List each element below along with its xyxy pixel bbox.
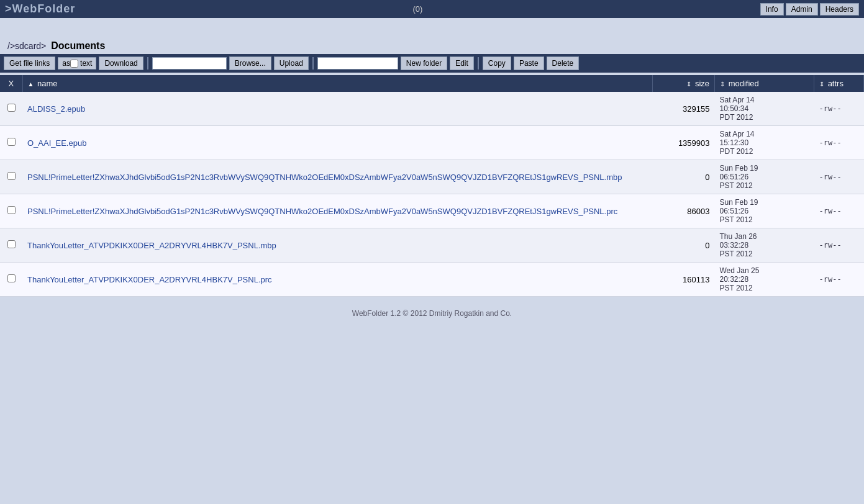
row-filename[interactable]: O_AAI_EE.epub (22, 126, 653, 160)
filename-link[interactable]: ThankYouLetter_ATVPDKIKX0DER_A2DRYVRL4HB… (27, 275, 272, 284)
counter-display: (0) (412, 4, 422, 14)
row-size: 160113 (653, 263, 715, 297)
row-filename[interactable]: PSNL!PrimeLetter!ZXhwaXJhdGlvbi5odG1sP2N… (22, 160, 653, 194)
row-modified: Sun Feb 19 06:51:26 PST 2012 (715, 194, 814, 228)
as-text-group: as text (58, 57, 96, 70)
version-text: WebFolder 1.2 © 2012 Dmitriy Rogatkin an… (352, 309, 512, 318)
th-size[interactable]: ⇕ size (653, 75, 715, 92)
filename-link[interactable]: O_AAI_EE.epub (27, 138, 86, 148)
row-attrs: -rw-- (814, 263, 864, 297)
row-modified: Wed Jan 25 20:32:28 PST 2012 (715, 263, 814, 297)
download-button[interactable]: Download (99, 56, 143, 70)
table-row: ThankYouLetter_ATVPDKIKX0DER_A2DRYVRL4HB… (0, 263, 864, 297)
browse-button[interactable]: Browse... (229, 56, 271, 70)
th-modified[interactable]: ⇕ modified (715, 75, 814, 92)
th-attrs[interactable]: ⇕ attrs (814, 75, 864, 92)
name-sort-icon: ▲ (28, 81, 34, 88)
row-modified: Sun Feb 19 06:51:26 PST 2012 (715, 160, 814, 194)
filename-link[interactable]: PSNL!PrimeLetter!ZXhwaXJhdGlvbi5odG1sP2N… (27, 173, 622, 182)
headers-button[interactable]: Headers (820, 3, 859, 16)
th-name[interactable]: ▲ name (22, 75, 653, 92)
table-row: ThankYouLetter_ATVPDKIKX0DER_A2DRYVRL4HB… (0, 228, 864, 263)
admin-button[interactable]: Admin (786, 3, 818, 16)
filename-link[interactable]: ALDISS_2.epub (27, 104, 85, 114)
row-filename[interactable]: PSNL!PrimeLetter!ZXhwaXJhdGlvbi5odG1sP2N… (22, 194, 653, 228)
row-filename[interactable]: ALDISS_2.epub (22, 92, 653, 126)
row-size: 329155 (653, 92, 715, 126)
table-header-row: X ▲ name ⇕ size ⇕ modified ⇕ attrs (0, 75, 864, 92)
row-attrs: -rw-- (814, 228, 864, 263)
th-x[interactable]: X (0, 75, 22, 92)
file-table: X ▲ name ⇕ size ⇕ modified ⇕ attrs (0, 75, 864, 297)
row-checkbox[interactable] (7, 104, 16, 112)
row-modified: Sat Apr 14 10:50:34 PDT 2012 (715, 92, 814, 126)
row-attrs: -rw-- (814, 194, 864, 228)
destination-input[interactable] (317, 57, 398, 70)
paste-button[interactable]: Paste (514, 56, 544, 70)
row-filename[interactable]: ThankYouLetter_ATVPDKIKX0DER_A2DRYVRL4HB… (22, 263, 653, 297)
footer: WebFolder 1.2 © 2012 Dmitriy Rogatkin an… (0, 297, 864, 324)
row-checkbox[interactable] (7, 240, 16, 248)
copy-button[interactable]: Copy (483, 56, 511, 70)
delete-button[interactable]: Delete (547, 56, 580, 70)
row-attrs: -rw-- (814, 160, 864, 194)
table-row: PSNL!PrimeLetter!ZXhwaXJhdGlvbi5odG1sP2N… (0, 194, 864, 228)
row-checkbox-cell (0, 263, 22, 297)
row-size: 86003 (653, 194, 715, 228)
attrs-sort-icon: ⇕ (819, 81, 824, 88)
row-size: 1359903 (653, 126, 715, 160)
row-filename[interactable]: ThankYouLetter_ATVPDKIKX0DER_A2DRYVRL4HB… (22, 228, 653, 263)
text-label: text (80, 59, 92, 68)
app-name: WebFolder (12, 2, 76, 15)
row-attrs: -rw-- (814, 92, 864, 126)
row-checkbox[interactable] (7, 138, 16, 146)
edit-button[interactable]: Edit (450, 56, 474, 70)
breadcrumb-folder: Documents (51, 40, 105, 51)
app-logo: >WebFolder (5, 2, 75, 16)
row-modified: Thu Jan 26 03:32:28 PST 2012 (715, 228, 814, 263)
modified-sort-icon: ⇕ (720, 81, 725, 88)
table-row: PSNL!PrimeLetter!ZXhwaXJhdGlvbi5odG1sP2N… (0, 160, 864, 194)
toolbar-separator-3 (478, 57, 479, 70)
row-size: 0 (653, 160, 715, 194)
info-button[interactable]: Info (760, 3, 784, 16)
logo-bracket: > (5, 2, 12, 15)
row-checkbox[interactable] (7, 172, 16, 180)
as-label: as (62, 59, 70, 68)
file-table-body: ALDISS_2.epub329155Sat Apr 14 10:50:34 P… (0, 92, 864, 297)
filename-link[interactable]: ThankYouLetter_ATVPDKIKX0DER_A2DRYVRL4HB… (27, 241, 276, 250)
row-checkbox-cell (0, 126, 22, 160)
toolbar-separator-2 (312, 57, 314, 70)
row-checkbox[interactable] (7, 206, 16, 214)
toolbar: Get file links as text Download Browse..… (0, 54, 864, 73)
table-row: ALDISS_2.epub329155Sat Apr 14 10:50:34 P… (0, 92, 864, 126)
row-checkbox-cell (0, 92, 22, 126)
row-attrs: -rw-- (814, 126, 864, 160)
row-modified: Sat Apr 14 15:12:30 PDT 2012 (715, 126, 814, 160)
row-checkbox-cell (0, 160, 22, 194)
top-buttons-group: Info Admin Headers (760, 3, 859, 16)
toolbar-separator-1 (147, 57, 148, 70)
row-checkbox-cell (0, 228, 22, 263)
top-bar: >WebFolder (0) Info Admin Headers (0, 0, 864, 18)
file-table-container: X ▲ name ⇕ size ⇕ modified ⇕ attrs (0, 73, 864, 297)
upload-button[interactable]: Upload (274, 56, 309, 70)
size-sort-icon: ⇕ (686, 81, 691, 88)
path-bar: />sdcard> Documents (0, 35, 864, 54)
new-folder-button[interactable]: New folder (401, 56, 447, 70)
breadcrumb-path: />sdcard> (7, 41, 46, 51)
row-checkbox[interactable] (7, 274, 16, 282)
get-file-links-button[interactable]: Get file links (4, 56, 55, 70)
filename-link[interactable]: PSNL!PrimeLetter!ZXhwaXJhdGlvbi5odG1sP2N… (27, 207, 617, 216)
row-checkbox-cell (0, 194, 22, 228)
row-size: 0 (653, 228, 715, 263)
text-checkbox[interactable] (70, 60, 78, 68)
table-row: O_AAI_EE.epub1359903Sat Apr 14 15:12:30 … (0, 126, 864, 160)
upload-input[interactable] (152, 57, 227, 70)
